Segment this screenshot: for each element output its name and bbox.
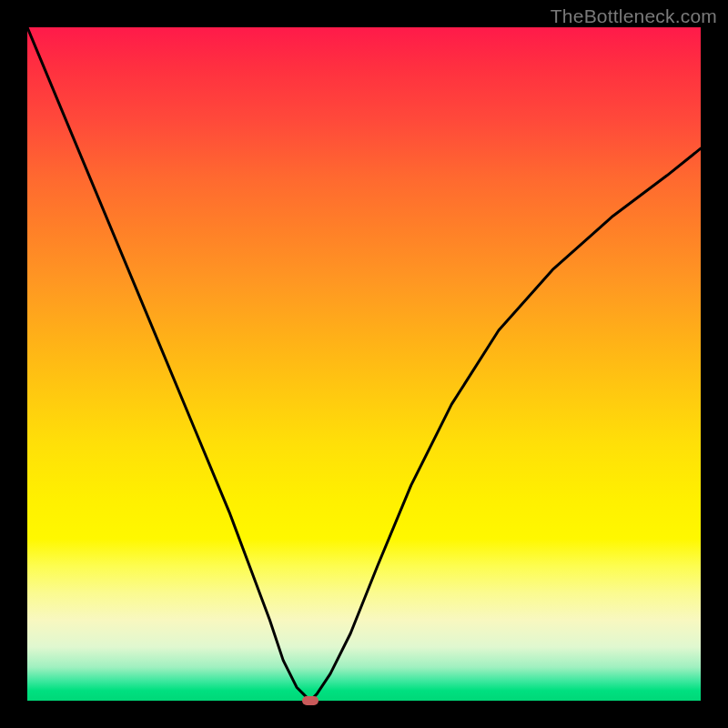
optimal-point-marker (302, 696, 318, 705)
watermark-text: TheBottleneck.com (551, 5, 717, 27)
chart-plot-area (27, 27, 701, 701)
bottleneck-curve (27, 27, 701, 701)
